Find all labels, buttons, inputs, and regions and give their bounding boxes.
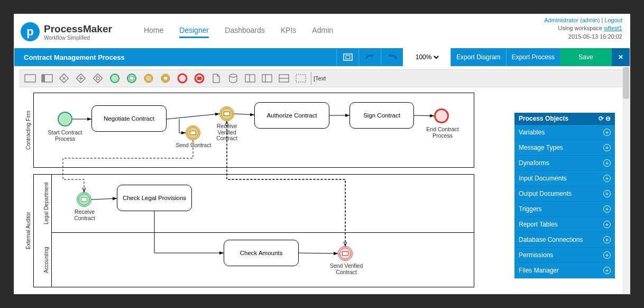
event-receive-verified-contract-label: Receive Verified Contract [211, 123, 243, 142]
side-item-permissions[interactable]: Permissions+ [514, 248, 615, 263]
event-send-verified-contract[interactable] [338, 246, 353, 261]
envelope-icon [224, 112, 230, 116]
svg-rect-16 [163, 77, 168, 80]
collapse-icon[interactable]: ⊖ [605, 115, 611, 122]
start-message-event-tool[interactable] [125, 72, 139, 85]
lane-label-contracting-firm: Contracting Firm [24, 93, 32, 168]
group-tool[interactable] [243, 72, 257, 85]
process-title: Contract Management Process [24, 53, 125, 61]
side-item-report-tables[interactable]: Report Tables+ [514, 217, 615, 232]
svg-rect-21 [245, 75, 255, 82]
end-event-label: End Contract Process [422, 126, 463, 139]
action-bar: Contract Management Process 100% Export … [14, 48, 630, 66]
workspace-name[interactable]: wftest1 [604, 25, 622, 31]
task-check-amounts[interactable]: Check Amounts [224, 240, 299, 266]
export-diagram-button[interactable]: Export Diagram [450, 48, 505, 66]
text-tool[interactable]: [Text [311, 72, 328, 85]
gateway-inclusive-tool[interactable] [91, 72, 105, 85]
zoom-select[interactable]: 100% [403, 48, 450, 66]
envelope-icon [190, 131, 196, 135]
svg-rect-1 [346, 56, 350, 59]
envelope-icon [342, 251, 348, 256]
side-item-output-documents[interactable]: Output Documents+ [514, 186, 615, 202]
top-bar: p ProcessMaker Workflow Simplified Home … [14, 14, 630, 48]
intermediate-message-event-tool[interactable] [159, 72, 172, 85]
intermediate-event-tool[interactable] [142, 72, 155, 85]
datastore-tool[interactable] [226, 72, 240, 85]
nav-kpis[interactable]: KPIs [281, 26, 297, 38]
refresh-icon[interactable]: ⟳ [599, 115, 604, 122]
event-send-contract[interactable] [186, 125, 200, 140]
gateway-parallel-tool[interactable] [74, 72, 88, 85]
lane-label-accounting: Accounting [42, 232, 50, 287]
event-receive-contract-label: Receive Contract [67, 209, 102, 221]
end-message-event-tool[interactable] [192, 72, 206, 85]
plus-icon: + [603, 144, 611, 151]
task-sign-contract[interactable]: Sign Contract [349, 102, 414, 129]
app-window: p ProcessMaker Workflow Simplified Home … [14, 14, 630, 294]
start-event-tool[interactable] [108, 72, 122, 85]
side-item-variables[interactable]: Variables+ [514, 125, 615, 140]
envelope-icon [81, 197, 87, 202]
event-send-verified-contract-label: Send Verified Contract [326, 263, 366, 275]
undo-icon [387, 53, 398, 61]
plus-icon: + [603, 221, 611, 228]
event-receive-verified-contract[interactable] [219, 106, 234, 121]
export-process-button[interactable]: Export Process [506, 48, 560, 66]
svg-rect-7 [94, 74, 103, 83]
pool-external-auditor[interactable] [33, 174, 474, 287]
document-tool[interactable] [209, 72, 223, 85]
close-icon: ✕ [618, 53, 623, 61]
logout-link[interactable]: Logout [604, 17, 622, 23]
plus-icon: + [603, 190, 611, 197]
side-item-input-documents[interactable]: Input Documents+ [514, 171, 615, 186]
svg-point-9 [111, 74, 119, 83]
brand-text: ProcessMaker Workflow Simplified [44, 23, 112, 41]
plus-icon: + [603, 251, 611, 259]
scrollbar-thumb[interactable] [623, 67, 629, 99]
vertical-scrollbar[interactable] [622, 67, 630, 294]
svg-rect-0 [344, 54, 352, 60]
side-item-dynaforms[interactable]: Dynaforms+ [514, 156, 615, 171]
fullscreen-button[interactable] [336, 48, 358, 66]
nav-home[interactable]: Home [144, 26, 163, 38]
zoom-dropdown[interactable]: 100% [413, 53, 440, 61]
header-timestamp: 2015-05-13 16:20:02 [544, 33, 622, 41]
nav-dashboards[interactable]: Dashboards [225, 26, 265, 38]
start-event[interactable] [58, 112, 72, 126]
pool-tool[interactable] [23, 72, 37, 85]
nav-designer[interactable]: Designer [179, 26, 209, 38]
side-item-database-connections[interactable]: Database Connections+ [514, 232, 615, 248]
brand-tagline: Workflow Simplified [44, 35, 112, 41]
brand-name: ProcessMaker [44, 23, 112, 35]
undo-button[interactable] [381, 48, 403, 66]
split-h-tool[interactable] [260, 72, 274, 85]
redo-button[interactable] [358, 48, 381, 66]
bpmn-toolbar: [Text [20, 69, 624, 87]
end-event[interactable] [434, 108, 449, 123]
split-v-tool[interactable] [277, 72, 291, 85]
svg-rect-2 [25, 75, 35, 82]
side-item-message-types[interactable]: Message Types+ [514, 140, 615, 156]
gateway-exclusive-tool[interactable] [57, 72, 71, 85]
plus-icon: + [603, 205, 611, 213]
main-nav: Home Designer Dashboards KPIs Admin [144, 26, 333, 38]
task-check-legal-provisions[interactable]: Check Legal Provisions [117, 185, 192, 211]
event-receive-contract[interactable] [77, 192, 91, 207]
lane-label-legal-department: Legal Department [42, 174, 50, 232]
task-authorize-contract[interactable]: Authorize Contract [254, 102, 329, 129]
end-event-tool[interactable] [176, 72, 189, 85]
close-button[interactable]: ✕ [612, 48, 630, 66]
svg-point-20 [229, 74, 237, 77]
save-button[interactable]: Save [560, 48, 612, 66]
lane-tool[interactable] [40, 72, 54, 85]
nav-admin[interactable]: Admin [312, 26, 333, 38]
side-item-files-manager[interactable]: Files Manager+ [514, 263, 615, 278]
task-negotiate-contract[interactable]: Negotiate Contract [91, 105, 167, 132]
svg-rect-11 [130, 77, 134, 80]
plus-icon: + [603, 236, 611, 243]
side-item-triggers[interactable]: Triggers+ [514, 202, 615, 217]
plus-icon: + [603, 159, 611, 167]
user-link[interactable]: Administrator (admin) [544, 17, 600, 23]
selection-tool[interactable] [294, 72, 308, 85]
